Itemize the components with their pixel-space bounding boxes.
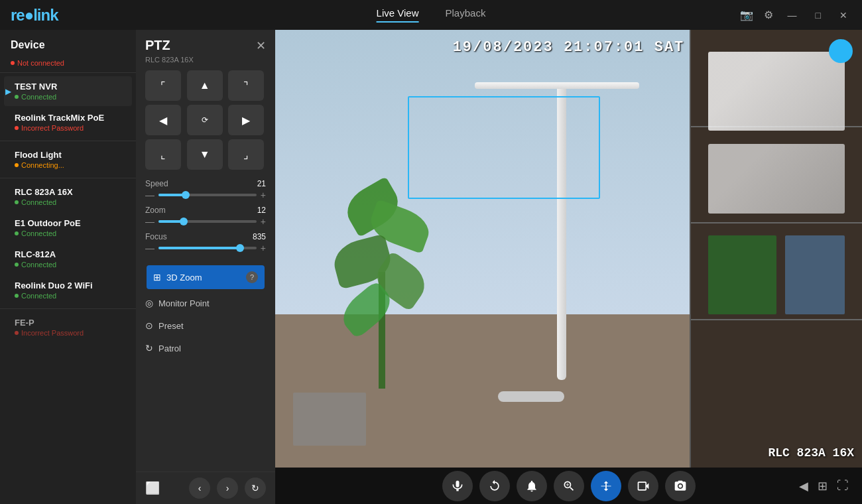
device-name: Reolink TrackMix PoE (15, 113, 121, 123)
speed-minus[interactable]: — (145, 190, 154, 200)
cam-timestamp: 19/08/2023 21:07:01 SAT (453, 39, 685, 56)
sidebar-item-rlc-823a[interactable]: RLC 823A 16X Connected (4, 182, 132, 212)
pan-button[interactable] (591, 471, 621, 501)
ptz-bottom-area: ⬜ ‹ › ↻ (136, 472, 275, 504)
tab-live-view[interactable]: Live View (377, 7, 419, 23)
sidebar-item-duo2[interactable]: Reolink Duo 2 WiFi Connected (4, 275, 132, 305)
titlebar: re●link Live View Playback 📷 ⚙ — □ ✕ (0, 0, 862, 30)
focus-slider[interactable] (158, 247, 257, 249)
rotation-button[interactable] (479, 471, 510, 501)
monitor-point-icon: ◎ (145, 298, 153, 308)
status-text: Incorrect Password (21, 329, 84, 337)
fullscreen-button[interactable]: ⛶ (837, 479, 849, 493)
grid-view-button[interactable]: ⊞ (818, 479, 828, 493)
feature-preset-button[interactable]: ⊙ Preset (136, 314, 275, 337)
dir-top-right-button[interactable]: ⌝ (228, 70, 264, 101)
status-dot (15, 263, 19, 267)
zoom-plus[interactable]: + (261, 216, 266, 227)
status-dot (11, 61, 15, 65)
zoom-slider[interactable] (158, 220, 257, 223)
focus-minus[interactable]: — (145, 243, 154, 253)
device-name: Flood Light (15, 150, 121, 160)
speed-slider[interactable] (158, 194, 257, 196)
camera-crossbar (475, 82, 639, 89)
speed-plus[interactable]: + (261, 190, 266, 200)
feature-3d-zoom-button[interactable]: ⊞ 3D Zoom ? (147, 265, 265, 289)
plant-area (322, 176, 442, 389)
detection-box (408, 96, 600, 199)
feature-buttons: ⊞ 3D Zoom ? ◎ Monitor Point ⊙ Preset ↻ P… (136, 265, 275, 359)
alarm-button[interactable] (517, 471, 547, 501)
status-dot (15, 163, 19, 167)
snapshot-button[interactable] (665, 471, 696, 501)
zoom-3d-icon: ⊞ (153, 272, 161, 283)
status-text: Connected (21, 261, 56, 269)
dir-bottom-left-button[interactable]: ⌞ (145, 139, 181, 170)
preset-icon: ⊙ (145, 320, 153, 331)
settings-icon[interactable]: ⚙ (764, 9, 773, 21)
feature-patrol-button[interactable]: ↻ Patrol (136, 337, 275, 359)
feature-patrol-label: Patrol (158, 344, 181, 353)
zoom-button[interactable] (554, 471, 584, 501)
dir-down-button[interactable]: ▼ (187, 139, 223, 170)
sidebar-item-flood-light[interactable]: Flood Light Connecting... (4, 145, 132, 174)
feature-monitor-point-label: Monitor Point (158, 298, 210, 308)
zoom-label: Zoom (145, 206, 166, 215)
ptz-subtitle: RLC 823A 16X (136, 56, 275, 70)
maximize-button[interactable]: □ (812, 9, 825, 22)
device-name: RLC-812A (15, 249, 121, 259)
dir-left-button[interactable]: ◀ (145, 105, 181, 135)
export-icon[interactable]: ⬜ (145, 481, 160, 495)
sidebar-item-e1-outdoor[interactable]: E1 Outdoor PoE Connected (4, 213, 132, 243)
sidebar-item-rlc-812a[interactable]: RLC-812A Connected (4, 244, 132, 274)
shelf-box-blue (785, 235, 845, 314)
dir-top-left-button[interactable]: ⌜ (145, 70, 181, 101)
slider-section: Speed 21 — + Zoom 12 — (136, 176, 275, 261)
status-dot (15, 95, 19, 99)
ptz-title: PTZ (145, 38, 170, 53)
ptz-refresh-button[interactable]: ↻ (245, 477, 266, 499)
status-text: Connected (21, 292, 56, 300)
tab-playback[interactable]: Playback (446, 7, 486, 23)
feature-monitor-point-button[interactable]: ◎ Monitor Point (136, 292, 275, 314)
camera-icon[interactable]: 📷 (740, 9, 753, 21)
focus-value: 835 (253, 232, 266, 241)
sidebar-item-test-nvr[interactable]: ▶ TEST NVR Connected (4, 76, 132, 106)
focus-thumb[interactable] (236, 244, 244, 252)
help-icon[interactable]: ? (246, 271, 258, 283)
ptz-prev-button[interactable]: ‹ (189, 477, 210, 499)
cam-label: RLC 823A 16X (768, 446, 854, 460)
zoom-minus[interactable]: — (145, 216, 154, 227)
status-text: Connected (21, 93, 56, 101)
sidebar-item-fe-p[interactable]: FE-P Incorrect Password (4, 312, 132, 342)
dir-right-button[interactable]: ▶ (228, 105, 264, 135)
dir-up-button[interactable]: ▲ (187, 70, 223, 101)
dir-bottom-right-button[interactable]: ⌟ (228, 139, 264, 170)
speed-label: Speed (145, 179, 168, 188)
minimize-button[interactable]: — (784, 9, 801, 22)
logo-text: re●link (11, 6, 58, 25)
status-text: Connecting... (21, 161, 64, 169)
floor-box (293, 393, 366, 446)
prev-frame-button[interactable]: ◀ (799, 479, 808, 493)
ptz-next-button[interactable]: › (217, 477, 238, 499)
device-item-not-connected[interactable]: Not connected (0, 55, 136, 73)
record-button[interactable] (628, 471, 658, 501)
ptz-close-button[interactable]: ✕ (256, 38, 266, 53)
microphone-button[interactable] (442, 471, 473, 501)
zoom-thumb[interactable] (180, 218, 188, 225)
status-dot (15, 331, 19, 335)
speed-thumb[interactable] (182, 191, 190, 199)
sidebar-item-trackmix[interactable]: Reolink TrackMix PoE Incorrect Password (4, 107, 132, 137)
status-dot (15, 200, 19, 204)
speed-slider-row: — + (145, 190, 266, 200)
status-text: Connected (21, 229, 56, 237)
dir-center-button[interactable]: ⟳ (187, 105, 223, 135)
device-name: E1 Outdoor PoE (15, 218, 121, 228)
focus-plus[interactable]: + (261, 243, 266, 253)
app-logo: re●link (11, 6, 58, 25)
camera-image: 19/08/2023 21:07:01 SAT RLC 823A 16X (275, 30, 862, 468)
close-button[interactable]: ✕ (835, 9, 851, 22)
zoom-slider-row: — + (145, 216, 266, 227)
shelf-cameras (708, 52, 845, 131)
